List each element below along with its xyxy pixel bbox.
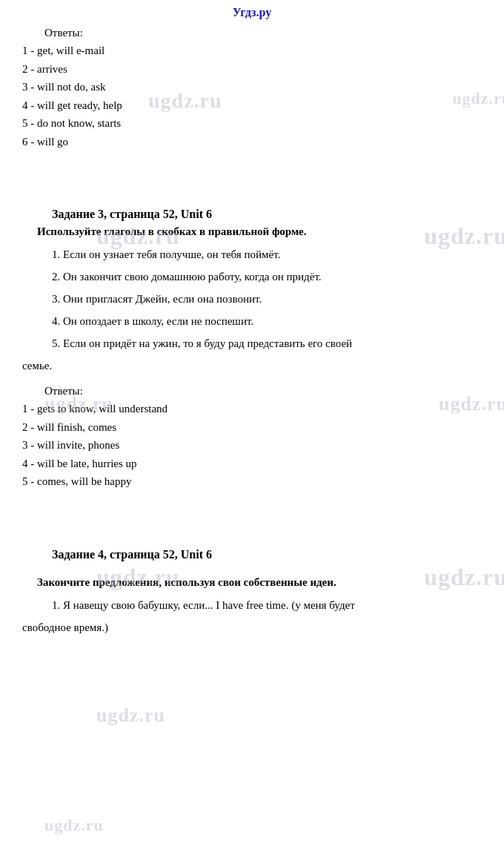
task-3-instruction: Используйте глаголы в скобках в правильн… — [37, 225, 489, 238]
watermark-10: ugdz.ru — [44, 816, 104, 835]
section-1: Ответы: 1 - get, will e-mail 2 - arrives… — [15, 27, 489, 150]
task-3-sentence-5-line1: 5. Если он придёт на ужин, то я буду рад… — [52, 334, 489, 352]
answer-1-2: 2 - arrives — [22, 61, 489, 78]
task-4-sentence-1-line2: свободное время.) — [22, 618, 489, 636]
answer-1-3: 3 - will not do, ask — [22, 79, 489, 96]
site-title: Угдз.ру — [233, 6, 271, 19]
answer-2-1: 1 - gets to know, will understand — [22, 400, 489, 418]
task-3-sentence-4: 4. Он опоздает в школу, если не поспешит… — [52, 312, 489, 330]
page-title: Угдз.ру — [0, 0, 504, 27]
answer-2-3: 3 - will invite, phones — [22, 437, 489, 454]
answer-2-4: 4 - will be late, hurries up — [22, 455, 489, 472]
task-4-instruction: Закончите предложения, используя свои со… — [37, 576, 489, 589]
task-3-sentence-5-line2: семье. — [22, 357, 489, 374]
task-3-sentence-1: 1. Если он узнает тебя получше, он тебя … — [52, 245, 489, 263]
answer-1-1: 1 - get, will e-mail — [22, 42, 489, 59]
section-2: Задание 3, страница 52, Unit 6 Используй… — [15, 208, 489, 490]
answer-1-5: 5 - do not know, starts — [22, 115, 489, 132]
task-3-heading: Задание 3, страница 52, Unit 6 — [52, 208, 489, 221]
section-3: Задание 4, страница 52, Unit 6 Закончите… — [15, 548, 489, 636]
answer-2-5: 5 - comes, will be happy — [22, 473, 489, 490]
answer-1-4: 4 - will get ready, help — [22, 97, 489, 114]
answers-label-2: Ответы: — [44, 385, 489, 397]
task-4-sentence-1-line1: 1. Я навещу свою бабушку, если... I have… — [52, 596, 489, 614]
watermark-9: ugdz.ru — [96, 704, 165, 727]
task-3-sentence-2: 2. Он закончит свою домашнюю работу, ког… — [52, 268, 489, 286]
answer-1-6: 6 - will go — [22, 133, 489, 151]
answers-label-1: Ответы: — [44, 27, 489, 39]
answer-2-2: 2 - will finish, comes — [22, 419, 489, 436]
task-3-sentence-3: 3. Они пригласят Джейн, если она позвони… — [52, 290, 489, 308]
task-4-heading: Задание 4, страница 52, Unit 6 — [52, 548, 489, 561]
